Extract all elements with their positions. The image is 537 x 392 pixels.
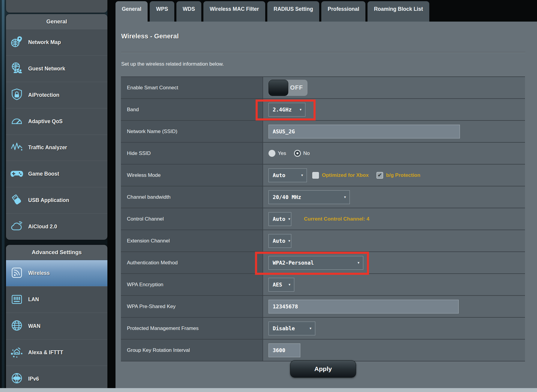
tab-wireless-mac-filter[interactable]: Wireless MAC Filter xyxy=(203,1,265,22)
chevron-down-icon: ▼ xyxy=(301,174,303,177)
ethernet-icon xyxy=(10,292,24,307)
control-channel-value-cell: Auto▼Current Control Channel: 4 xyxy=(263,208,525,230)
tab-radius-setting[interactable]: RADIUS Setting xyxy=(267,1,319,22)
waveform-icon xyxy=(10,140,24,155)
wpa-encryption-select[interactable]: AES▼ xyxy=(268,278,294,292)
network-map-icon xyxy=(10,35,24,50)
group-key-rotation-interval-label: Group Key Rotation Interval xyxy=(121,340,263,361)
authentication-method-select-value: WPA2-Personal xyxy=(273,260,314,266)
sidebar-item-label: AiCloud 2.0 xyxy=(28,224,57,230)
wireless-mode-label: Wireless Mode xyxy=(121,165,263,186)
wpa-pre-shared-key-input[interactable] xyxy=(268,300,459,313)
sidebar-header-advanced-settings: Advanced Settings xyxy=(6,245,107,260)
sidebar-item-label: USB Application xyxy=(28,197,69,203)
band-value-cell: 2.4GHz▼ xyxy=(263,99,525,120)
sidebar-top-stub xyxy=(6,0,107,13)
sidebar-item-label: Wireless xyxy=(28,270,50,276)
authentication-method-select[interactable]: WPA2-Personal▼ xyxy=(268,256,363,270)
sidebar-item-usb-application[interactable]: USB Application xyxy=(6,187,107,213)
extension-channel-select[interactable]: Auto▼ xyxy=(268,234,291,248)
tab-wps[interactable]: WPS xyxy=(150,1,174,22)
form-row-control-channel: Control ChannelAuto▼Current Control Chan… xyxy=(121,208,525,230)
smart-home-icon xyxy=(10,345,24,360)
b-g-protection-checkbox[interactable]: ✔ xyxy=(376,172,383,179)
tab-roaming-block-list[interactable]: Roaming Block List xyxy=(368,1,429,22)
group-key-rotation-interval-input[interactable] xyxy=(268,343,300,357)
form-row-hide-ssid: Hide SSIDYesNo xyxy=(121,143,525,165)
group-key-rotation-interval-value-cell xyxy=(263,340,525,361)
sidebar-item-wireless[interactable]: Wireless xyxy=(6,260,107,286)
shield-lock-icon xyxy=(10,88,24,102)
hide-ssid-radio-no[interactable] xyxy=(294,150,301,157)
sidebar-item-label: WAN xyxy=(28,323,40,329)
sidebar-item-guest-network[interactable]: Guest Network xyxy=(6,55,107,82)
sidebar-item-wan[interactable]: WAN xyxy=(6,313,107,339)
wpa-pre-shared-key-value-cell xyxy=(263,296,525,317)
title-divider xyxy=(121,52,525,53)
ipv6-globe-icon: IPV6 xyxy=(10,371,24,386)
protected-management-frames-select[interactable]: Disable▼ xyxy=(268,322,315,335)
chevron-down-icon: ▼ xyxy=(310,327,311,330)
tab-professional[interactable]: Professional xyxy=(321,1,365,22)
sidebar-edge-strip xyxy=(2,0,4,392)
chevron-down-icon: ▼ xyxy=(288,239,290,242)
svg-text:IPV6: IPV6 xyxy=(14,377,20,380)
cloud-icon xyxy=(10,219,24,234)
extension-channel-label: Extension Channel xyxy=(121,230,263,251)
sidebar-item-label: Adaptive QoS xyxy=(28,118,63,125)
control-channel-select[interactable]: Auto▼ xyxy=(268,212,291,226)
sidebar-section-advanced-settings: Advanced SettingsWirelessLANWANAlexa & I… xyxy=(6,245,107,392)
tab-bar: GeneralWPSWDSWireless MAC FilterRADIUS S… xyxy=(116,1,429,22)
wireless-mode-select[interactable]: Auto▼ xyxy=(268,168,307,182)
wpa-encryption-label: WPA Encryption xyxy=(121,274,263,295)
b-g-protection-checkbox-label: b/g Protection xyxy=(386,172,420,178)
form-row-wpa-encryption: WPA EncryptionAES▼ xyxy=(121,274,525,296)
form-row-band: Band2.4GHz▼ xyxy=(121,99,525,121)
sidebar-item-traffic-analyzer[interactable]: Traffic Analyzer xyxy=(6,135,107,161)
hide-ssid-radio-label-no: No xyxy=(303,150,310,156)
optimized-for-xbox-checkbox-label: Optimized for Xbox xyxy=(322,172,369,178)
hide-ssid-label: Hide SSID xyxy=(121,143,263,164)
usb-icon xyxy=(10,193,24,208)
sidebar-item-aiprotection[interactable]: AiProtection xyxy=(6,82,107,108)
chevron-down-icon: ▼ xyxy=(289,283,290,286)
enable-smart-connect-toggle-knob[interactable] xyxy=(268,80,288,96)
sidebar-item-label: Network Map xyxy=(28,39,61,46)
wpa-encryption-value-cell: AES▼ xyxy=(263,274,525,295)
optimized-for-xbox-checkbox[interactable] xyxy=(312,172,319,179)
hide-ssid-radio-label-yes: Yes xyxy=(278,150,286,156)
sidebar-item-adaptive-qos[interactable]: Adaptive QoS xyxy=(6,108,107,135)
apply-button[interactable]: Apply xyxy=(290,360,356,378)
form-row-extension-channel: Extension ChannelAuto▼ xyxy=(121,230,525,252)
chevron-down-icon: ▼ xyxy=(288,217,290,221)
channel-bandwidth-select-value: 20/40 MHz xyxy=(273,194,301,200)
enable-smart-connect-value-cell: OFF xyxy=(263,77,525,98)
guest-network-icon xyxy=(10,61,24,76)
hide-ssid-radio-yes[interactable] xyxy=(268,150,275,157)
protected-management-frames-select-value: Disable xyxy=(273,325,295,331)
sidebar-item-label: IPv6 xyxy=(28,376,39,382)
sidebar-item-aicloud-2-0[interactable]: AiCloud 2.0 xyxy=(6,213,107,240)
authentication-method-value-cell: WPA2-Personal▼ xyxy=(263,252,525,273)
sidebar-item-label: Alexa & IFTTT xyxy=(28,349,63,356)
enable-smart-connect-label: Enable Smart Connect xyxy=(121,77,263,98)
sidebar-item-label: AiProtection xyxy=(28,92,59,98)
enable-smart-connect-toggle[interactable]: OFF xyxy=(268,80,308,96)
channel-bandwidth-select[interactable]: 20/40 MHz▼ xyxy=(268,190,350,204)
tab-general[interactable]: General xyxy=(116,1,148,22)
protected-management-frames-value-cell: Disable▼ xyxy=(263,318,525,339)
sidebar-item-game-boost[interactable]: Game Boost xyxy=(6,161,107,187)
wpa-pre-shared-key-label: WPA Pre-Shared Key xyxy=(121,296,263,317)
tab-wds[interactable]: WDS xyxy=(176,1,201,22)
form-row-channel-bandwidth: Channel bandwidth20/40 MHz▼ xyxy=(121,186,525,208)
band-select[interactable]: 2.4GHz▼ xyxy=(268,103,305,117)
sidebar-item-lan[interactable]: LAN xyxy=(6,286,107,313)
control-channel-label: Control Channel xyxy=(121,208,263,230)
sidebar-item-network-map[interactable]: Network Map xyxy=(6,29,107,55)
network-name-ssid-input[interactable] xyxy=(268,125,460,138)
sidebar-item-alexa-ifttt[interactable]: Alexa & IFTTT xyxy=(6,339,107,366)
hide-ssid-value-cell: YesNo xyxy=(263,143,525,164)
settings-table: Enable Smart ConnectOFFBand2.4GHz▼Networ… xyxy=(121,76,525,361)
network-name-ssid-label: Network Name (SSID) xyxy=(121,121,263,142)
sidebar-item-label: Game Boost xyxy=(28,171,59,177)
